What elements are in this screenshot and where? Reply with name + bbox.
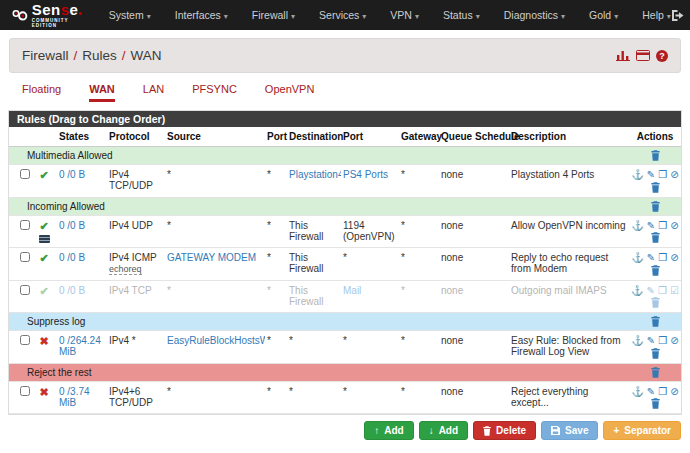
gateway-cell: * [399,381,439,414]
trash-icon[interactable] [651,201,660,212]
states-link[interactable]: 0 /0 B [59,169,85,180]
nav-item-interfaces[interactable]: Interfaces▾ [175,9,228,21]
pass-icon: ✔ [39,252,48,264]
nav-item-help[interactable]: Help▾ [642,9,671,21]
anchor-icon[interactable]: ⚓ [631,169,643,181]
port-cell: * [265,248,287,281]
chart-icon[interactable] [616,50,630,61]
save-button[interactable]: Save [541,421,598,440]
row-checkbox[interactable] [20,386,30,396]
panel-title: Rules (Drag to Change Order) [9,111,681,127]
states-link[interactable]: 0 /264.24 MiB [59,335,101,357]
description-cell: Easy Rule: Blocked from Firewall Log Vie… [509,331,629,364]
states-link[interactable]: 0 /0 B [59,285,85,296]
pencil-icon[interactable]: ✎ [647,220,655,232]
sign-out-icon[interactable] [671,9,684,22]
ban-icon[interactable]: ⊘ [670,386,678,398]
trash-icon[interactable] [651,265,660,276]
anchor-icon[interactable]: ⚓ [631,220,643,232]
dest-port-link[interactable]: Mail [343,285,361,296]
separator-row: Incoming Allowed [9,197,681,215]
protocol-cell: IPv4 TCP/UDP [107,165,165,198]
trash-icon[interactable] [651,316,660,327]
tab-pfsync[interactable]: PFSYNC [192,83,237,102]
trash-icon[interactable] [651,150,660,161]
description-cell: Reject everything except... [509,381,629,414]
col-schedule: Schedule [473,127,509,147]
nav-item-status[interactable]: Status▾ [443,9,480,21]
schedule-cell [473,165,509,198]
table-row-disabled: ✔ 0 /0 B IPv4 TCP * * This Firewall Mail… [9,280,681,313]
col-protocol: Protocol [107,127,165,147]
trash-icon[interactable] [651,367,660,378]
row-checkbox[interactable] [20,220,30,230]
dest-port-cell: * [341,331,399,364]
enable-check-square-icon[interactable]: ☑ [670,285,679,297]
tab-openvpn[interactable]: OpenVPN [265,83,315,102]
copy-icon[interactable]: ❐ [658,386,667,398]
nav-item-diagnostics[interactable]: Diagnostics▾ [504,9,565,21]
anchor-icon[interactable]: ⚓ [631,252,643,264]
add-separator-button[interactable]: + Separator [603,421,681,440]
row-checkbox[interactable] [20,335,30,345]
destination-link[interactable]: Playstation4 [289,169,341,180]
copy-icon[interactable]: ❐ [658,169,667,181]
queue-cell: none [439,381,473,414]
col-description: Description [509,127,629,147]
nav-item-gold[interactable]: Gold▾ [589,9,618,21]
table-row: ✖ 0 /3.74 MiB IPv4+6 TCP/UDP * * * * * n… [9,381,681,414]
breadcrumb-firewall[interactable]: Firewall [22,48,69,63]
pencil-icon[interactable]: ✎ [647,386,655,398]
nav-item-system[interactable]: System▾ [109,9,151,21]
anchor-icon[interactable]: ⚓ [631,335,643,347]
add-rule-top-button[interactable]: ↑ Add [364,421,413,440]
ban-icon[interactable]: ⊘ [670,252,678,264]
trash-icon[interactable] [651,297,660,308]
dest-port-cell: 1194 (OpenVPN) [341,215,399,248]
source-link[interactable]: EasyRuleBlockHostsWAN [167,335,265,346]
row-checkbox[interactable] [20,285,30,295]
anchor-icon[interactable]: ⚓ [631,285,643,297]
help-icon[interactable]: ? [656,50,668,62]
trash-icon[interactable] [651,182,660,193]
states-link[interactable]: 0 /0 B [59,252,85,263]
delete-button[interactable]: Delete [473,421,536,440]
pencil-icon[interactable]: ✎ [647,252,655,264]
protocol-cell: IPv4 ICMPechoreq [107,248,165,281]
table-header-row: States Protocol Source Port Destination … [9,127,681,147]
nav-item-services[interactable]: Services▾ [319,9,366,21]
ban-icon[interactable]: ⊘ [670,335,678,347]
log-icon[interactable] [636,50,650,61]
separator-label: Suppress log [9,313,629,331]
anchor-icon[interactable]: ⚓ [631,386,643,398]
nav-item-vpn[interactable]: VPN▾ [390,9,419,21]
tab-floating[interactable]: Floating [22,83,61,102]
trash-icon[interactable] [651,398,660,409]
table-row: ✔ 0 /0 B IPv4 TCP/UDP * * Playstation4 P… [9,165,681,198]
col-port2: Port [341,127,399,147]
pfsense-logo[interactable]: Sense COMMUNITY EDITION [12,2,83,28]
trash-icon[interactable] [651,232,660,243]
row-checkbox[interactable] [20,169,30,179]
ban-icon[interactable]: ⊘ [670,169,678,181]
pencil-icon[interactable]: ✎ [647,285,655,297]
copy-icon[interactable]: ❐ [658,252,667,264]
source-link[interactable]: GATEWAY MODEM [167,252,256,263]
tab-lan[interactable]: LAN [143,83,164,102]
row-checkbox[interactable] [20,252,30,262]
pencil-icon[interactable]: ✎ [647,335,655,347]
nav-item-firewall[interactable]: Firewall▾ [252,9,295,21]
pencil-icon[interactable]: ✎ [647,169,655,181]
states-link[interactable]: 0 /0 B [59,220,85,231]
dest-port-link[interactable]: PS4 Ports [343,169,388,180]
copy-icon[interactable]: ❐ [658,285,667,297]
copy-icon[interactable]: ❐ [658,220,667,232]
ban-icon[interactable]: ⊘ [670,220,678,232]
copy-icon[interactable]: ❐ [658,335,667,347]
states-link[interactable]: 0 /3.74 MiB [59,386,90,408]
tab-wan[interactable]: WAN [89,83,115,102]
breadcrumb-rules[interactable]: Rules [82,48,117,63]
trash-icon[interactable] [651,348,660,359]
caret-down-icon: ▾ [614,12,618,21]
add-rule-bottom-button[interactable]: ↓ Add [419,421,468,440]
